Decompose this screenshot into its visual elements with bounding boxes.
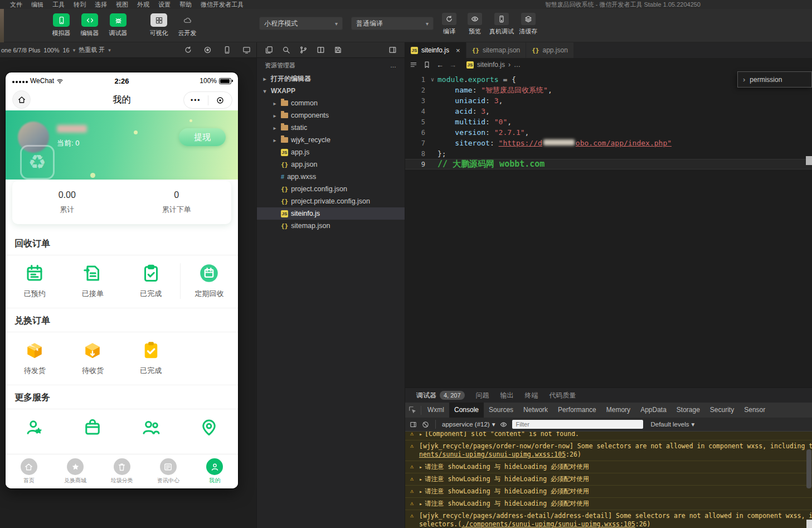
- close-tab-icon[interactable]: ×: [456, 46, 460, 55]
- panel-tab-输出[interactable]: 输出: [495, 388, 519, 403]
- file-app.js[interactable]: JSapp.js: [257, 146, 405, 158]
- files-icon[interactable]: [265, 46, 273, 54]
- live-expression-icon[interactable]: [500, 421, 507, 428]
- console-message[interactable]: ⚠ [wjyk_recycle/pages/order-now/order-no…: [405, 440, 812, 461]
- console-message[interactable]: ⚠ ▸请注意 showLoading 与 hideLoading 必须配对使用: [405, 498, 812, 510]
- panel-tab-终端[interactable]: 终端: [519, 388, 544, 403]
- file-app.json[interactable]: {}app.json: [257, 158, 405, 171]
- file-components[interactable]: ▸components: [257, 109, 405, 122]
- panel-tab-问题[interactable]: 问题: [470, 388, 495, 403]
- devtools-tab-Storage[interactable]: Storage: [672, 403, 705, 418]
- simulator-button[interactable]: 模拟器: [48, 13, 75, 37]
- entry-service[interactable]: [180, 417, 238, 437]
- entry-已完成[interactable]: 已完成: [122, 263, 180, 299]
- bookmark-icon[interactable]: [423, 61, 431, 69]
- devtools-tab-Performance[interactable]: Performance: [553, 403, 601, 418]
- menu-item[interactable]: 选择: [90, 0, 111, 9]
- file-project.private.config.json[interactable]: {}project.private.config.json: [257, 195, 405, 207]
- source-link[interactable]: nents/sunui-upimg/sunui-upimg.wxss:105: [419, 451, 566, 458]
- tabbar-兑换商城[interactable]: 兑换商城: [52, 454, 98, 488]
- tab-app.json[interactable]: {} app.json: [526, 42, 574, 58]
- log-levels-select[interactable]: Default levels ▾: [650, 420, 694, 428]
- source-link[interactable]: ./components/sunui-upimg/sunui-upimg.wxs…: [461, 520, 635, 528]
- cloud-button[interactable]: 云开发: [174, 13, 201, 37]
- devtools-tab-Network[interactable]: Network: [518, 403, 553, 418]
- editor-button[interactable]: 编辑器: [76, 13, 103, 37]
- visual-button[interactable]: 可视化: [145, 13, 172, 37]
- file-project.config.json[interactable]: {}project.config.json: [257, 183, 405, 195]
- entry-service[interactable]: [64, 417, 121, 437]
- search-icon[interactable]: [282, 46, 290, 54]
- inspect-element-icon[interactable]: [405, 406, 420, 415]
- home-button[interactable]: [12, 90, 31, 109]
- panel-tab-代码质量[interactable]: 代码质量: [544, 388, 582, 403]
- entry-已接单[interactable]: 已接单: [64, 263, 121, 299]
- menu-item[interactable]: 外观: [133, 0, 154, 9]
- menu-item[interactable]: 文件: [6, 0, 27, 9]
- device-select[interactable]: one 6/7/8 Plus: [1, 47, 40, 54]
- open-editors-section[interactable]: ▸ 打开的编辑器: [257, 72, 405, 85]
- entry-定期回收[interactable]: 定期回收: [180, 263, 238, 299]
- rotate-device-icon[interactable]: [223, 46, 231, 54]
- console-sidebar-icon[interactable]: [410, 421, 417, 428]
- permission-popup[interactable]: › permission: [737, 71, 812, 88]
- devtools-tab-Wxml[interactable]: Wxml: [422, 403, 449, 418]
- compile-mode-select[interactable]: 普通编译 ▾: [351, 17, 434, 30]
- network-select[interactable]: 16: [62, 47, 69, 54]
- console-message[interactable]: ⚠ [wjyk_recycle/pages/address-detail/add…: [405, 510, 812, 528]
- save-all-icon[interactable]: [334, 46, 342, 54]
- file-wjyk_recycle[interactable]: ▸wjyk_recycle: [257, 134, 405, 146]
- console-message[interactable]: ⚠ ▸请注意 showLoading 与 hideLoading 必须配对使用: [405, 461, 812, 473]
- devtools-tab-Sensor[interactable]: Sensor: [739, 403, 770, 418]
- context-select[interactable]: appservice (#12) ▾: [442, 420, 495, 428]
- entry-已预约[interactable]: 已预约: [6, 263, 64, 299]
- fold-chevron-icon[interactable]: ∨: [427, 76, 437, 83]
- expand-caret-icon[interactable]: ▸: [419, 464, 422, 470]
- devtools-tab-AppData[interactable]: AppData: [635, 403, 672, 418]
- toggle-panel-icon[interactable]: [388, 46, 397, 54]
- compile-button[interactable]: 编译: [438, 13, 460, 36]
- zoom-select[interactable]: 100%: [43, 47, 59, 54]
- entry-service[interactable]: [6, 417, 64, 437]
- tabbar-我的[interactable]: 我的: [192, 454, 238, 488]
- console-message[interactable]: ⚠ ▸请注意 showLoading 与 hideLoading 必须配对使用: [405, 473, 812, 486]
- real-device-button[interactable]: 真机调试: [489, 13, 514, 36]
- menu-item[interactable]: 工具: [48, 0, 69, 9]
- tabbar-首页[interactable]: 首页: [6, 454, 52, 488]
- preview-button[interactable]: 预览: [464, 13, 486, 36]
- tabbar-资讯中心[interactable]: 资讯中心: [145, 454, 191, 488]
- fullscreen-icon[interactable]: [242, 46, 251, 54]
- devtools-tab-Memory[interactable]: Memory: [601, 403, 635, 418]
- hot-reload-toggle[interactable]: 热重载 开: [79, 46, 105, 54]
- clear-cache-button[interactable]: 清缓存: [517, 13, 539, 36]
- inspector-button[interactable]: 调试器: [105, 13, 132, 37]
- split-editor-icon[interactable]: [317, 46, 325, 54]
- breadcrumb[interactable]: JS siteinfo.js › …: [466, 61, 521, 69]
- tab-sitemap.json[interactable]: {} sitemap.json: [466, 42, 527, 58]
- file-app.wxss[interactable]: #app.wxss: [257, 171, 405, 183]
- menu-item[interactable]: 帮助: [175, 0, 196, 9]
- source-control-icon[interactable]: [299, 46, 308, 54]
- console-scrollbar-thumb[interactable]: [806, 520, 812, 528]
- menu-item[interactable]: 视图: [111, 0, 133, 9]
- clear-console-icon[interactable]: [422, 421, 429, 428]
- entry-待发货[interactable]: 待发货: [6, 340, 64, 376]
- panel-tab-调试器[interactable]: 调试器 4, 207: [411, 388, 470, 403]
- devtools-tab-Sources[interactable]: Sources: [484, 403, 518, 418]
- tabbar-垃圾分类[interactable]: 垃圾分类: [99, 454, 145, 488]
- file-siteinfo.js[interactable]: JSsiteinfo.js: [257, 207, 405, 220]
- menu-item[interactable]: 转到: [69, 0, 90, 9]
- record-icon[interactable]: [203, 46, 212, 54]
- entry-service[interactable]: [122, 417, 180, 437]
- expand-caret-icon[interactable]: ▸: [419, 432, 422, 437]
- menu-item[interactable]: 微信开发者工具: [196, 0, 248, 9]
- console-message[interactable]: ⚠ ▸[Component] slot "content" is not fou…: [405, 432, 812, 440]
- forward-icon[interactable]: →: [449, 61, 456, 69]
- minimize-button[interactable]: [208, 96, 232, 105]
- expand-caret-icon[interactable]: ▸: [419, 476, 422, 482]
- menu-item[interactable]: 设置: [154, 0, 175, 9]
- file-common[interactable]: ▸common: [257, 97, 405, 109]
- file-static[interactable]: ▸static: [257, 122, 405, 134]
- mode-select[interactable]: 小程序模式 ▾: [259, 17, 343, 30]
- explorer-more-icon[interactable]: …: [390, 62, 397, 69]
